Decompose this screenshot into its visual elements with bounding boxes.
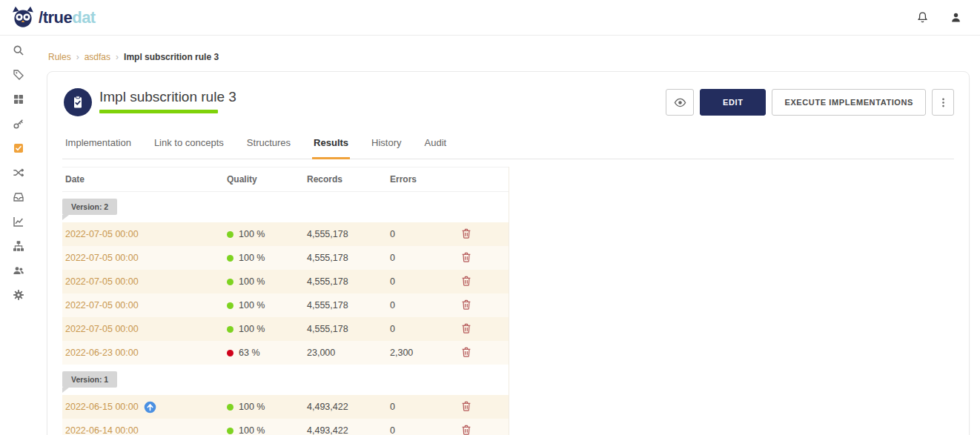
execute-implementations-button[interactable]: EXECUTE IMPLEMENTATIONS: [772, 89, 926, 116]
sidebar-item-key[interactable]: [0, 111, 37, 136]
eye-icon: [674, 96, 686, 109]
more-options-button[interactable]: [932, 89, 954, 116]
quality-value: 100 %: [239, 276, 265, 287]
quality-cell: 100 %: [224, 276, 304, 287]
quality-cell: 100 %: [224, 300, 304, 311]
sidebar-item-grid[interactable]: [0, 87, 37, 111]
records-value: 23,000: [304, 348, 387, 358]
arrow-up-circle-icon: [144, 401, 156, 414]
tab-audit[interactable]: Audit: [423, 128, 448, 159]
table-body: Version: 22022-07-05 00:00100 %4,555,178…: [62, 192, 509, 435]
account-user-icon[interactable]: [950, 11, 962, 24]
quality-value: 100 %: [239, 402, 265, 412]
page-title: Impl subscrition rule 3: [99, 84, 236, 105]
delete-result-button[interactable]: [460, 299, 473, 312]
inbox-icon: [13, 191, 24, 203]
delete-result-button[interactable]: [460, 228, 473, 241]
result-row: 2022-07-05 00:00100 %4,555,1780: [62, 293, 509, 317]
key-icon: [13, 118, 24, 130]
quality-value: 100 %: [239, 300, 265, 311]
tab-link-to-concepts[interactable]: Link to concepts: [153, 128, 225, 159]
errors-value: 0: [387, 229, 455, 239]
title-wrap: Impl subscrition rule 3: [99, 84, 236, 113]
grid-icon: [13, 93, 24, 105]
version-badge: Version: 1: [62, 371, 117, 388]
rule-avatar: [64, 88, 92, 116]
delete-result-button[interactable]: [460, 251, 473, 265]
preview-eye-button[interactable]: [666, 89, 694, 116]
version-group-row: Version: 2: [62, 192, 509, 222]
result-date-link[interactable]: 2022-06-23 00:00: [65, 348, 139, 358]
result-date-link[interactable]: 2022-07-05 00:00: [65, 229, 139, 239]
breadcrumb-item-2[interactable]: asdfas: [85, 52, 110, 62]
records-value: 4,555,178: [304, 324, 387, 334]
result-date-link[interactable]: 2022-07-05 00:00: [65, 276, 139, 287]
column-header-date: Date: [62, 174, 224, 185]
quality-status-dot: [227, 326, 234, 333]
tab-history[interactable]: History: [370, 128, 403, 159]
shuffle-icon: [13, 167, 24, 179]
quality-status-dot: [227, 255, 234, 262]
sidebar-item-inbox[interactable]: [0, 185, 37, 209]
version-badge: Version: 2: [62, 199, 117, 215]
quality-cell: 100 %: [224, 253, 304, 263]
action-cell: [455, 424, 508, 435]
result-row: 2022-06-15 00:00100 %4,493,4220: [62, 395, 509, 419]
date-cell: 2022-06-15 00:00: [62, 401, 224, 414]
sidebar-item-settings[interactable]: [0, 282, 37, 307]
tab-structures[interactable]: Structures: [245, 128, 292, 159]
result-row: 2022-07-05 00:00100 %4,555,1780: [62, 222, 509, 246]
date-cell: 2022-07-05 00:00: [62, 276, 224, 287]
sidebar-item-quality-rules[interactable]: [0, 136, 37, 160]
sidebar-item-tags[interactable]: [0, 62, 37, 87]
date-cell: 2022-06-23 00:00: [62, 348, 224, 358]
records-value: 4,555,178: [304, 253, 387, 263]
records-value: 4,555,178: [304, 276, 387, 287]
errors-value: 0: [387, 276, 455, 287]
errors-value: 0: [387, 402, 455, 412]
result-date-link[interactable]: 2022-06-15 00:00: [65, 402, 139, 412]
truedat-logo[interactable]: /truedat: [10, 6, 96, 29]
quality-cell: 100 %: [224, 229, 304, 239]
quality-status-dot: [227, 231, 234, 238]
sidebar-item-users[interactable]: [0, 258, 37, 282]
breadcrumb-item-1[interactable]: Rules: [48, 52, 71, 62]
result-date-link[interactable]: 2022-07-05 00:00: [65, 253, 139, 263]
sidebar-item-sitemap[interactable]: [0, 233, 37, 258]
sidebar-item-chart[interactable]: [0, 209, 37, 233]
delete-result-button[interactable]: [460, 424, 473, 435]
notifications-bell-icon[interactable]: [916, 11, 929, 24]
delete-result-button[interactable]: [460, 400, 473, 414]
delete-result-button[interactable]: [460, 322, 473, 336]
delete-result-button[interactable]: [460, 275, 473, 288]
records-value: 4,493,422: [304, 425, 387, 435]
sidebar-item-shuffle[interactable]: [0, 160, 37, 185]
search-icon: [13, 44, 24, 56]
sidebar-item-search[interactable]: [0, 38, 37, 62]
trash-icon: [460, 424, 472, 435]
trash-icon: [460, 275, 472, 287]
check-square-icon: [13, 142, 24, 154]
quality-cell: 100 %: [224, 402, 304, 412]
result-date-link[interactable]: 2022-07-05 00:00: [65, 300, 139, 311]
quality-status-dot: [227, 404, 234, 411]
results-table: DateQualityRecordsErrors Version: 22022-…: [62, 167, 509, 435]
quality-value: 100 %: [239, 253, 265, 263]
breadcrumb-item-3: Impl subscrition rule 3: [124, 52, 219, 62]
quality-cell: 63 %: [224, 348, 304, 358]
result-date-link[interactable]: 2022-06-14 00:00: [65, 425, 139, 435]
tags-icon: [13, 69, 24, 81]
delete-result-button[interactable]: [460, 346, 473, 359]
result-date-link[interactable]: 2022-07-05 00:00: [65, 324, 139, 334]
sitemap-icon: [13, 240, 24, 252]
logo-text: /truedat: [39, 8, 96, 27]
date-cell: 2022-07-05 00:00: [62, 253, 224, 263]
quality-value: 100 %: [239, 425, 265, 435]
records-value: 4,555,178: [304, 229, 387, 239]
tab-implementation[interactable]: Implementation: [64, 128, 133, 159]
column-header-errors: Errors: [387, 174, 455, 185]
quality-cell: 100 %: [224, 324, 304, 334]
trash-icon: [460, 251, 472, 263]
tab-results[interactable]: Results: [312, 128, 350, 159]
edit-button[interactable]: EDIT: [700, 89, 766, 116]
